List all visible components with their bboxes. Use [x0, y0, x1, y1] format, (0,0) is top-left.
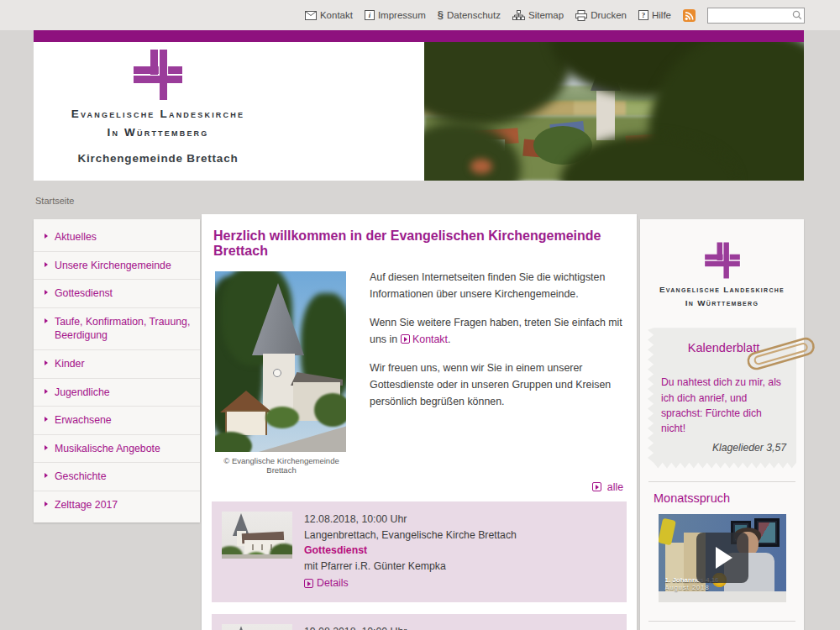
brand-color-bar — [34, 30, 804, 42]
page-title: Herzlich willkommen in der Evangelischen… — [213, 228, 625, 259]
sidebar-logo[interactable]: Evangelische Landeskirche In Württemberg — [640, 219, 804, 309]
kontakt-link[interactable]: Kontakt — [412, 333, 448, 345]
chevron-right-icon — [45, 389, 48, 394]
site-logo[interactable]: Evangelische Landeskirche In Württemberg… — [50, 48, 265, 165]
mail-icon — [305, 11, 317, 20]
rss-icon[interactable] — [683, 9, 696, 22]
video-caption-month: August 2018 — [665, 584, 710, 591]
header-village-photo — [424, 42, 804, 181]
logo-wordmark-line1: Evangelische Landeskirche — [640, 283, 804, 297]
alle-link[interactable]: alle — [607, 481, 623, 493]
page: Kontakt i Impressum § Datenschutz Sitema… — [0, 0, 840, 630]
site-header: Evangelische Landeskirche In Württemberg… — [34, 42, 804, 181]
kalenderblatt-source: Klagelieder 3,57 — [661, 442, 786, 454]
sidebar-item-musikalische-angebote[interactable]: Musikalische Angebote — [34, 434, 200, 463]
sidebar-item-aktuelles[interactable]: Aktuelles — [34, 223, 200, 251]
logo-wordmark-line2: In Württemberg — [640, 297, 804, 310]
chevron-right-icon — [45, 360, 48, 365]
event-subtitle: mit Pfarrer i.R. Günter Kempka — [304, 559, 517, 575]
breadcrumb: Startseite — [35, 196, 74, 206]
photo-caption: © Evanglische Kirchengemeinde Brettach — [215, 456, 348, 475]
top-utility-bar: Kontakt i Impressum § Datenschutz Sitema… — [0, 0, 840, 30]
event-title: Gottesdienst — [304, 543, 517, 559]
church-photo — [215, 271, 346, 452]
alle-row: alle — [202, 478, 637, 501]
topbar-link-hilfe[interactable]: ? Hilfe — [638, 10, 671, 20]
paragraph-icon: § — [438, 10, 444, 20]
sidebar-item-jugendliche[interactable]: Jugendliche — [34, 378, 200, 407]
topbar-link-sitemap[interactable]: Sitemap — [512, 10, 564, 20]
intro-figure: © Evanglische Kirchengemeinde Brettach — [215, 271, 348, 475]
chevron-right-icon — [45, 318, 48, 323]
sidebar-item-taufe-konfirmation[interactable]: Taufe, Konfirmation, Trauung, Beerdigung — [34, 307, 200, 349]
sidebar-item-gottesdienst[interactable]: Gottesdienst — [34, 279, 200, 307]
topbar-link-kontakt[interactable]: Kontakt — [305, 10, 353, 20]
chevron-right-icon — [45, 234, 48, 239]
chevron-right-icon — [45, 501, 48, 507]
search-input[interactable] — [707, 8, 805, 24]
sitemap-icon — [512, 10, 525, 20]
sidebar-item-kinder[interactable]: Kinder — [34, 349, 200, 378]
chevron-right-icon — [45, 290, 48, 295]
paperclip-icon — [743, 333, 823, 376]
play-button[interactable] — [696, 533, 748, 583]
event-location: Langenbrettach, Evangelische Kirche Bret… — [304, 528, 517, 543]
main-content: Herzlich willkommen in der Evangelischen… — [202, 214, 637, 630]
sidebar-item-geschichte[interactable]: Geschichte — [34, 462, 200, 491]
kalenderblatt-widget: Kalenderblatt Du nahtest dich zu mir, al… — [648, 328, 796, 468]
play-link-icon — [401, 334, 410, 344]
divider — [648, 481, 795, 482]
printer-icon — [575, 10, 587, 21]
logo-wordmark-line2: In Württemberg — [50, 123, 265, 142]
search-box — [707, 8, 805, 24]
chevron-right-icon — [45, 417, 48, 422]
play-link-icon — [592, 482, 601, 491]
play-link-icon — [304, 579, 313, 588]
event-thumbnail — [222, 512, 292, 559]
event-details-link[interactable]: Details — [304, 575, 349, 591]
landeskirche-cross-icon — [703, 241, 742, 280]
topbar-link-datenschutz[interactable]: § Datenschutz — [438, 10, 501, 20]
kalenderblatt-quote: Du nahtest dich zu mir, als ich dich anr… — [661, 375, 786, 436]
main-navigation: Aktuelles Unsere Kirchengemeinde Gottesd… — [34, 219, 200, 522]
monatsspruch-title: Monatsspruch — [654, 491, 804, 505]
event-thumbnail — [222, 624, 292, 630]
event-item-2: 19.08.2018, 10:00 Uhr Langenbrettach, Ev… — [212, 614, 627, 630]
event-item-1: 12.08.2018, 10:00 Uhr Langenbrettach, Ev… — [212, 501, 627, 602]
monatsspruch-video[interactable]: 1. Johannes 4,16 August 2018 — [659, 514, 786, 602]
chevron-right-icon — [45, 445, 48, 450]
topbar-link-drucken[interactable]: Drucken — [575, 10, 627, 21]
right-sidebar: Evangelische Landeskirche In Württemberg… — [640, 219, 804, 630]
question-icon: ? — [638, 10, 648, 20]
event-date: 19.08.2018, 10:00 Uhr — [304, 624, 517, 630]
chevron-right-icon — [45, 262, 48, 267]
divider — [648, 621, 795, 622]
info-icon: i — [365, 10, 375, 20]
logo-wordmark-line1: Evangelische Landeskirche — [50, 105, 265, 123]
event-date: 12.08.2018, 10:00 Uhr — [304, 512, 517, 528]
sidebar-item-erwachsene[interactable]: Erwachsene — [34, 406, 200, 434]
search-icon[interactable] — [792, 10, 802, 20]
landeskirche-cross-icon — [131, 48, 185, 102]
sidebar-item-zelttage-2017[interactable]: Zelttage 2017 — [34, 491, 200, 519]
sidebar-item-unsere-kirchengemeinde[interactable]: Unsere Kirchengemeinde — [34, 251, 200, 280]
topbar-link-impressum[interactable]: i Impressum — [365, 10, 426, 20]
chevron-right-icon — [45, 473, 48, 478]
parish-name: Kirchengemeinde Brettach — [50, 152, 265, 165]
